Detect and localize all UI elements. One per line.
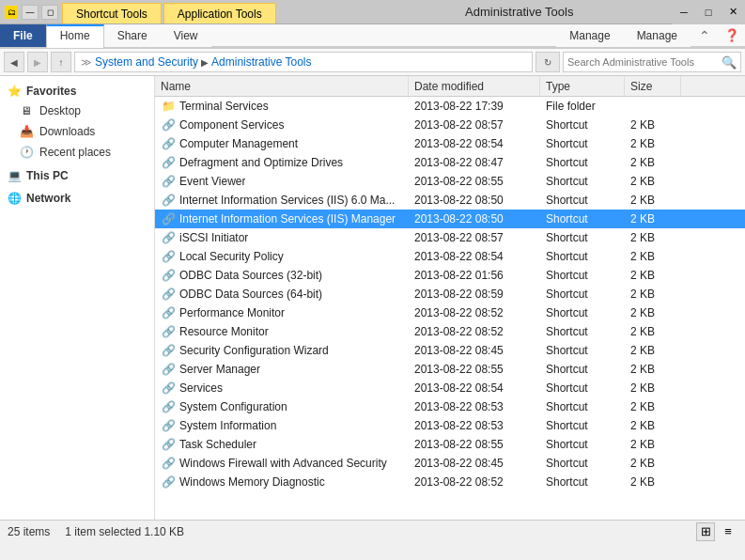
file-list[interactable]: 📁 Terminal Services 2013-08-22 17:39 Fil… [155,97,745,520]
file-type: Shortcut [540,117,625,132]
table-row[interactable]: 🔗 Performance Monitor 2013-08-22 08:52 S… [155,303,745,322]
col-header-type[interactable]: Type [540,76,625,96]
ribbon-expand-btn[interactable]: ⌃ [691,24,719,47]
title-bar-left: 🗂 — ◻ [0,0,62,23]
table-row[interactable]: 🔗 Component Services 2013-08-22 08:57 Sh… [155,116,745,134]
sidebar-header-favorites[interactable]: ⭐ Favorites [0,82,154,101]
tab-application-tools[interactable]: Application Tools [163,3,276,23]
file-type: File folder [540,99,625,114]
ribbon-tab-file[interactable]: File [0,24,46,47]
file-name-cell: 🔗 Performance Monitor [155,304,409,321]
table-row[interactable]: 🔗 Defragment and Optimize Drives 2013-08… [155,153,745,172]
table-row[interactable]: 🔗 iSCSI Initiator 2013-08-22 08:57 Short… [155,228,745,247]
minimize-window-btn[interactable]: ─ [672,0,696,24]
file-name-cell: 🔗 Defragment and Optimize Drives [155,154,409,171]
table-row[interactable]: 🔗 Local Security Policy 2013-08-22 08:54… [155,247,745,266]
sidebar-header-thispc[interactable]: 💻 This PC [0,166,154,185]
search-input[interactable] [567,56,718,68]
minimize-btn[interactable]: — [22,5,39,20]
file-icon: 🔗 [161,268,176,283]
list-view-btn[interactable]: ≡ [719,522,737,541]
file-size: 2 KB [625,193,681,208]
file-date: 2013-08-22 08:54 [409,136,540,151]
file-size: 2 KB [625,249,681,264]
table-row[interactable]: 🔗 System Configuration 2013-08-22 08:53 … [155,397,745,416]
file-name-cell: 🔗 iSCSI Initiator [155,229,409,246]
search-box[interactable]: 🔍 [563,52,741,72]
table-row[interactable]: 🔗 Security Configuration Wizard 2013-08-… [155,341,745,360]
path-system-security[interactable]: System and Security [95,55,198,69]
file-list-header: Name Date modified Type Size [155,76,745,97]
file-date: 2013-08-22 08:52 [409,324,540,339]
up-btn[interactable]: ↑ [51,52,71,72]
col-header-date[interactable]: Date modified [409,76,540,96]
table-row[interactable]: 🔗 ODBC Data Sources (64-bit) 2013-08-22 … [155,285,745,303]
table-row[interactable]: 🔗 Resource Monitor 2013-08-22 08:52 Shor… [155,322,745,341]
file-icon: 🔗 [161,155,176,170]
ribbon-tabs: File Home Share View Manage Manage ⌃ ❓ [0,24,745,48]
table-row[interactable]: 🔗 Server Manager 2013-08-22 08:55 Shortc… [155,360,745,379]
file-name-cell: 🔗 Task Scheduler [155,436,409,453]
restore-btn[interactable]: ◻ [41,5,58,20]
table-row[interactable]: 🔗 Windows Firewall with Advanced Securit… [155,454,745,473]
table-row[interactable]: 🔗 Windows Memory Diagnostic 2013-08-22 0… [155,473,745,491]
details-view-btn[interactable]: ⊞ [696,522,715,541]
file-name: Internet Information Services (IIS) 6.0 … [179,194,395,207]
search-icon[interactable]: 🔍 [722,55,737,70]
file-size: 2 KB [625,117,681,132]
sidebar-item-desktop[interactable]: 🖥 Desktop [0,101,154,121]
tab-shortcut-tools[interactable]: Shortcut Tools [62,3,162,23]
file-icon: 🔗 [161,418,176,433]
table-row[interactable]: 🔗 System Information 2013-08-22 08:53 Sh… [155,416,745,435]
table-row[interactable]: 🔗 Internet Information Services (IIS) 6.… [155,191,745,210]
sidebar-header-network[interactable]: 🌐 Network [0,189,154,208]
back-btn[interactable]: ◀ [4,52,24,72]
sidebar-item-recent[interactable]: 🕐 Recent places [0,142,154,163]
file-name-cell: 🔗 Internet Information Services (IIS) Ma… [155,210,409,227]
refresh-btn[interactable]: ↻ [535,52,560,72]
file-icon: 🔗 [161,437,176,452]
favorites-label: Favorites [26,85,76,98]
help-btn[interactable]: ❓ [719,24,745,47]
file-type: Shortcut [540,343,625,358]
table-row[interactable]: 🔗 ODBC Data Sources (32-bit) 2013-08-22 … [155,266,745,285]
ribbon-tab-view[interactable]: View [161,24,211,47]
col-header-size[interactable]: Size [625,76,681,96]
file-name-cell: 🔗 Internet Information Services (IIS) 6.… [155,192,409,209]
window-controls: ─ □ ✕ [672,0,745,23]
file-type: Shortcut [540,249,625,264]
file-name-cell: 🔗 Security Configuration Wizard [155,342,409,359]
file-name: System Configuration [179,400,287,413]
file-name-cell: 🔗 System Configuration [155,398,409,415]
table-row[interactable]: 🔗 Internet Information Services (IIS) Ma… [155,210,745,228]
file-name: ODBC Data Sources (32-bit) [179,269,322,282]
file-size: 2 KB [625,381,681,396]
file-size: 2 KB [625,287,681,302]
file-size: 2 KB [625,362,681,377]
selected-info: 1 item selected 1.10 KB [65,525,184,538]
col-header-name[interactable]: Name [155,76,409,96]
table-row[interactable]: 🔗 Task Scheduler 2013-08-22 08:55 Shortc… [155,435,745,454]
file-name-cell: 📁 Terminal Services [155,98,409,115]
file-date: 2013-08-22 08:50 [409,211,540,226]
table-row[interactable]: 🔗 Computer Management 2013-08-22 08:54 S… [155,134,745,153]
address-path[interactable]: ≫ System and Security ▶ Administrative T… [74,52,533,72]
table-row[interactable]: 📁 Terminal Services 2013-08-22 17:39 Fil… [155,97,745,116]
table-row[interactable]: 🔗 Event Viewer 2013-08-22 08:55 Shortcut… [155,172,745,191]
file-date: 2013-08-22 08:54 [409,249,540,264]
close-window-btn[interactable]: ✕ [721,0,745,24]
ribbon-tab-home[interactable]: Home [46,24,104,48]
address-bar: ◀ ▶ ↑ ≫ System and Security ▶ Administra… [0,49,745,76]
file-name: iSCSI Initiator [179,231,248,244]
file-date: 2013-08-22 08:55 [409,174,540,189]
ribbon-tab-manage-2[interactable]: Manage [624,24,691,47]
sidebar-item-downloads[interactable]: 📥 Downloads [0,121,154,142]
maximize-window-btn[interactable]: □ [696,0,721,24]
ribbon-tab-share[interactable]: Share [104,24,161,47]
forward-btn[interactable]: ▶ [27,52,48,72]
table-row[interactable]: 🔗 Services 2013-08-22 08:54 Shortcut 2 K… [155,379,745,397]
ribbon-tab-manage-1[interactable]: Manage [556,24,623,47]
file-name: System Information [179,419,276,432]
file-type: Shortcut [540,324,625,339]
path-admin-tools[interactable]: Administrative Tools [211,55,312,69]
